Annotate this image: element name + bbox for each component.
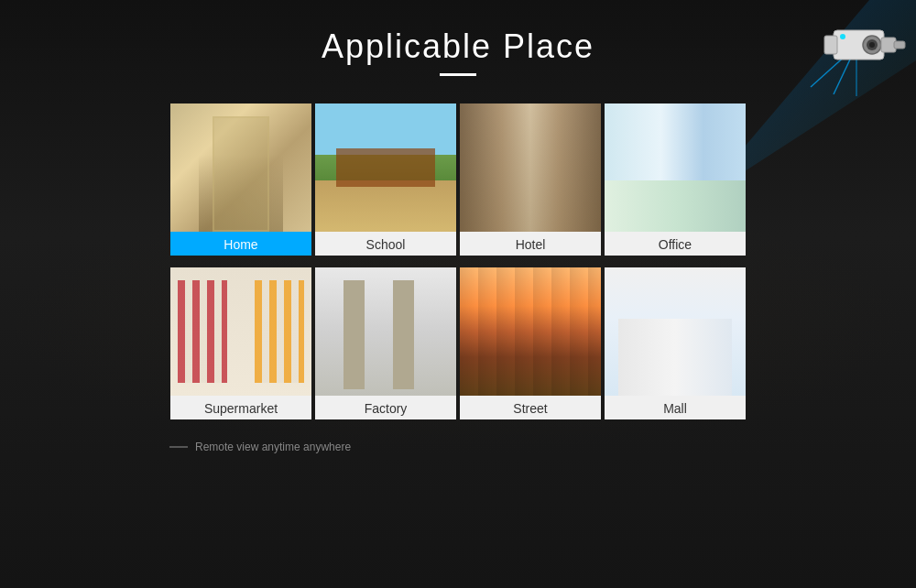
camera-icon-wrap (806, 14, 907, 100)
bottom-text: Remote view anytime anywhere (195, 441, 351, 453)
thumb-hotel (460, 103, 601, 232)
grid-item-hotel[interactable]: Hotel (460, 103, 601, 264)
grid-item-mall[interactable]: Mall (605, 267, 746, 428)
label-factory: Factory (315, 396, 456, 419)
grid-item-supermarket[interactable]: Supermarket (170, 267, 311, 428)
title-underline (440, 73, 476, 76)
label-hotel: Hotel (460, 232, 601, 256)
svg-rect-9 (894, 41, 905, 49)
main-content: Applicable Place HomeSchoolHotelOfficeSu… (0, 0, 916, 453)
bottom-line (169, 446, 188, 448)
label-home: Home (170, 232, 311, 256)
thumb-factory (315, 267, 456, 396)
thumb-office (605, 103, 746, 232)
label-mall: Mall (605, 396, 746, 419)
thumb-school (315, 103, 456, 232)
label-office: Office (605, 232, 746, 256)
grid-item-home[interactable]: Home (170, 103, 311, 264)
camera-icon (806, 14, 907, 96)
thumb-street (460, 267, 601, 396)
grid-item-factory[interactable]: Factory (315, 267, 456, 428)
grid-item-office[interactable]: Office (605, 103, 746, 264)
svg-point-10 (840, 34, 845, 39)
label-school: School (315, 232, 456, 256)
grid-item-street[interactable]: Street (460, 267, 601, 428)
page-title: Applicable Place (322, 27, 594, 66)
thumb-supermarket (170, 267, 311, 396)
label-street: Street (460, 396, 601, 419)
label-supermarket: Supermarket (170, 396, 311, 419)
bottom-bar: Remote view anytime anywhere (169, 441, 351, 453)
thumb-home (170, 103, 311, 232)
thumb-mall (605, 267, 746, 396)
grid-item-school[interactable]: School (315, 103, 456, 264)
svg-point-7 (869, 42, 875, 48)
svg-rect-4 (824, 36, 837, 54)
place-grid: HomeSchoolHotelOfficeSupermarketFactoryS… (170, 103, 746, 428)
